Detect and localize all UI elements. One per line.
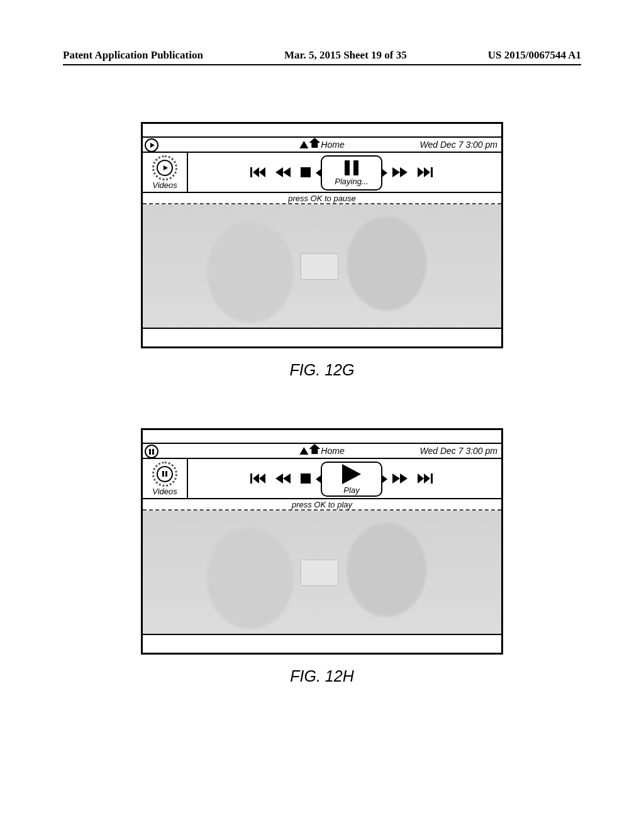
svg-marker-4 — [283, 167, 291, 177]
skip-next-button[interactable] — [418, 473, 433, 484]
svg-marker-15 — [283, 473, 291, 484]
nudge-right-icon — [382, 475, 387, 483]
nudge-right-icon — [382, 169, 387, 177]
tv-frame: Home Wed Dec 7 3:00 pm Videos — [141, 428, 503, 655]
datetime-label: Wed Dec 7 3:00 pm — [420, 140, 497, 150]
header-left: Patent Application Publication — [63, 49, 203, 62]
pause-icon — [162, 471, 167, 477]
home-breadcrumb[interactable]: Home — [299, 446, 344, 456]
fast-forward-button[interactable] — [392, 473, 408, 484]
nudge-left-icon — [316, 169, 321, 177]
page-header: Patent Application Publication Mar. 5, 2… — [63, 49, 581, 65]
center-button-label: Play — [343, 485, 359, 495]
header-right: US 2015/0067544 A1 — [488, 49, 581, 62]
play-icon — [150, 143, 155, 148]
svg-marker-8 — [418, 167, 424, 177]
up-arrow-icon — [299, 141, 308, 148]
patent-page: Patent Application Publication Mar. 5, 2… — [0, 0, 644, 830]
status-bar: Home Wed Dec 7 3:00 pm — [143, 444, 501, 459]
figure-12h: Home Wed Dec 7 3:00 pm Videos — [141, 428, 503, 685]
svg-marker-9 — [424, 167, 430, 177]
center-button-label: Playing... — [335, 177, 368, 186]
sidebar-label: Videos — [152, 180, 177, 190]
svg-marker-1 — [253, 167, 259, 177]
sidebar-label: Videos — [152, 487, 177, 496]
home-icon — [310, 141, 319, 148]
videos-app-icon — [152, 155, 177, 180]
svg-rect-21 — [431, 473, 433, 484]
figures-container: Home Wed Dec 7 3:00 pm Videos — [63, 122, 581, 685]
nudge-left-icon — [316, 475, 321, 483]
play-pause-button[interactable]: Play — [321, 462, 382, 497]
top-bezel — [143, 430, 501, 444]
svg-rect-0 — [250, 167, 252, 177]
sidebar-videos-button[interactable]: Videos — [143, 459, 188, 498]
stop-button[interactable] — [301, 167, 311, 177]
svg-marker-6 — [392, 167, 400, 177]
rewind-button[interactable] — [275, 473, 291, 484]
fast-forward-button[interactable] — [392, 167, 408, 177]
svg-rect-10 — [431, 167, 433, 177]
svg-marker-19 — [418, 473, 424, 484]
svg-marker-14 — [275, 473, 283, 484]
home-icon — [310, 447, 319, 455]
bottom-bezel — [143, 634, 501, 653]
svg-marker-3 — [275, 167, 283, 177]
playback-status-icon — [145, 138, 158, 152]
top-bezel — [143, 124, 501, 138]
video-preview — [143, 204, 501, 328]
home-label: Home — [321, 140, 344, 150]
play-pause-button[interactable]: Playing... — [321, 155, 382, 191]
transport-controls: Play — [188, 459, 501, 498]
bottom-bezel — [143, 328, 501, 346]
transport-toolbar: Videos — [143, 153, 501, 193]
stop-button[interactable] — [301, 473, 311, 484]
playback-status-icon — [145, 445, 158, 458]
skip-previous-button[interactable] — [250, 167, 265, 178]
figure-caption: FIG. 12G — [141, 361, 503, 379]
svg-rect-11 — [250, 473, 252, 484]
home-label: Home — [321, 446, 344, 456]
tv-frame: Home Wed Dec 7 3:00 pm Videos — [141, 122, 503, 348]
figure-caption: FIG. 12H — [141, 667, 503, 685]
video-preview — [143, 511, 501, 634]
play-icon — [342, 464, 361, 484]
skip-previous-button[interactable] — [250, 473, 265, 484]
pause-icon — [345, 160, 358, 175]
status-bar: Home Wed Dec 7 3:00 pm — [143, 138, 501, 153]
home-breadcrumb[interactable]: Home — [299, 140, 344, 150]
rewind-button[interactable] — [275, 167, 291, 177]
svg-marker-17 — [392, 473, 400, 484]
transport-controls: Playing... — [188, 153, 501, 192]
skip-next-button[interactable] — [418, 167, 433, 178]
svg-rect-16 — [301, 473, 311, 484]
pause-icon — [149, 449, 154, 455]
play-icon — [164, 165, 168, 170]
svg-marker-13 — [259, 473, 265, 484]
hint-text: press OK to pause — [143, 193, 501, 204]
svg-marker-2 — [259, 167, 265, 177]
transport-toolbar: Videos — [143, 459, 501, 499]
svg-marker-20 — [424, 473, 430, 484]
svg-rect-5 — [301, 167, 311, 177]
datetime-label: Wed Dec 7 3:00 pm — [420, 446, 497, 456]
hint-text: press OK to play — [143, 499, 501, 511]
svg-marker-18 — [400, 473, 408, 484]
header-center: Mar. 5, 2015 Sheet 19 of 35 — [284, 49, 407, 62]
videos-app-icon — [152, 462, 177, 487]
figure-12g: Home Wed Dec 7 3:00 pm Videos — [141, 122, 503, 379]
svg-marker-12 — [253, 473, 259, 484]
sidebar-videos-button[interactable]: Videos — [143, 153, 188, 192]
svg-marker-7 — [400, 167, 408, 177]
up-arrow-icon — [299, 447, 308, 455]
